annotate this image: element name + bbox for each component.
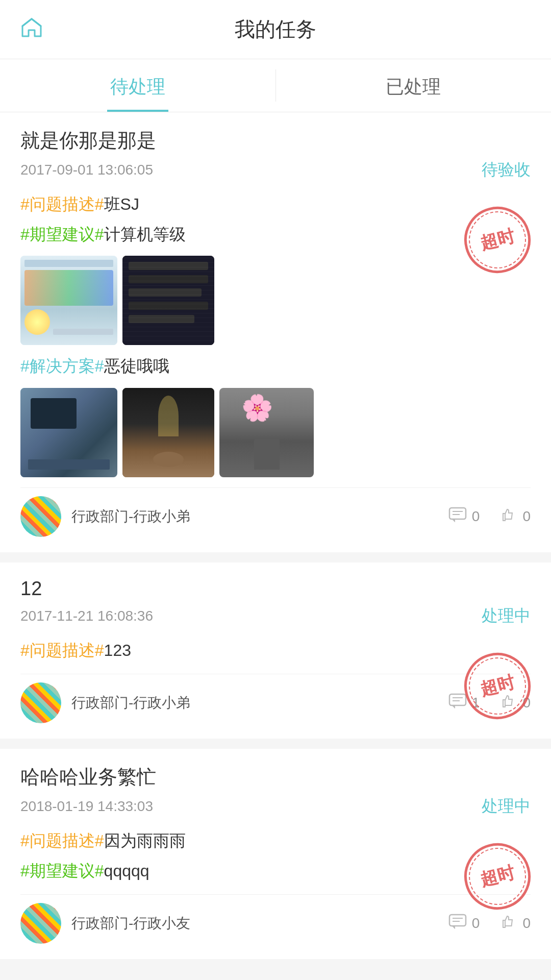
user-name-1: 行政部门-行政小弟: [71, 507, 190, 526]
image-1-2: [122, 256, 214, 345]
task-body-1: 超时 #问题描述#班SJ #期望建议#计算机等级: [20, 191, 531, 537]
like-count-value-3: 0: [522, 915, 531, 932]
overdue-stamp-2: 超时: [464, 653, 531, 719]
avatar-2: [20, 682, 61, 723]
task-card-3[interactable]: 哈哈哈业务繁忙 2018-01-19 14:33:03 处理中 超时 #问题描述…: [0, 749, 551, 959]
tab-pending[interactable]: 待处理: [0, 59, 276, 112]
image-1-3: [20, 388, 117, 477]
task-card-1[interactable]: 就是你那是那是 2017-09-01 13:06:05 待验收 超时 #问题描述…: [0, 112, 551, 552]
task-title-2: 12: [20, 578, 531, 600]
like-count-1[interactable]: 0: [500, 506, 531, 527]
task-title-1: 就是你那是那是: [20, 128, 531, 154]
tag-line-problem-2: #问题描述#123: [20, 638, 531, 664]
overdue-stamp-3: 超时: [464, 843, 531, 910]
avatar-3: [20, 903, 61, 944]
comment-count-1[interactable]: 0: [448, 507, 480, 526]
comment-icon-1: [448, 507, 467, 526]
task-footer-3: 行政部门-行政小友 0: [20, 894, 531, 944]
tag-line-solution-1: #解决方案#恶徒哦哦: [20, 353, 531, 379]
image-1-4: [122, 388, 214, 477]
task-title-3: 哈哈哈业务繁忙: [20, 764, 531, 790]
action-counts-3: 0 0: [448, 913, 531, 934]
task-time-2: 2017-11-21 16:08:36: [20, 608, 153, 624]
like-icon-1: [500, 506, 517, 527]
svg-rect-6: [449, 915, 466, 926]
user-name-2: 行政部门-行政小弟: [71, 693, 190, 713]
comment-count-value-3: 0: [472, 915, 480, 932]
task-card-2[interactable]: 12 2017-11-21 16:08:36 处理中 超时 #问题描述#123 …: [0, 562, 551, 739]
task-footer-2: 行政部门-行政小弟 1: [20, 674, 531, 723]
images-bottom-1: 🌸: [20, 388, 531, 477]
like-count-3[interactable]: 0: [500, 913, 531, 934]
action-counts-1: 0 0: [448, 506, 531, 527]
task-meta-1: 2017-09-01 13:06:05 待验收: [20, 159, 531, 181]
user-name-3: 行政部门-行政小友: [71, 914, 190, 933]
task-body-2: 超时 #问题描述#123 行政部门-行政小弟: [20, 638, 531, 723]
images-top-1: [20, 256, 531, 345]
task-status-2: 处理中: [482, 605, 531, 627]
task-time-3: 2018-01-19 14:33:03: [20, 798, 153, 815]
task-status-1: 待验收: [482, 159, 531, 181]
home-icon[interactable]: [20, 17, 43, 42]
tag-line-suggestion-3: #期望建议#qqqqq: [20, 858, 531, 884]
header: 我的任务: [0, 0, 551, 59]
tab-bar: 待处理 已处理: [0, 59, 551, 112]
task-list: 就是你那是那是 2017-09-01 13:06:05 待验收 超时 #问题描述…: [0, 112, 551, 959]
image-1-5: 🌸: [219, 388, 314, 477]
comment-count-3[interactable]: 0: [448, 914, 480, 933]
task-footer-1: 行政部门-行政小弟 0: [20, 487, 531, 537]
tag-line-problem-1: #问题描述#班SJ: [20, 191, 531, 217]
tag-hash-solution-1: #解决方案#: [20, 357, 104, 375]
svg-rect-3: [449, 694, 466, 705]
task-meta-2: 2017-11-21 16:08:36 处理中: [20, 605, 531, 627]
tag-hash-green-1: #期望建议#: [20, 225, 104, 243]
user-info-1: 行政部门-行政小弟: [20, 496, 190, 537]
task-time-1: 2017-09-01 13:06:05: [20, 162, 153, 178]
tag-hash-green-3: #期望建议#: [20, 862, 104, 880]
like-count-value-1: 0: [522, 508, 531, 525]
tag-hash-3: #问题描述#: [20, 831, 104, 850]
tag-hash-2: #问题描述#: [20, 641, 104, 659]
task-meta-3: 2018-01-19 14:33:03 处理中: [20, 795, 531, 818]
tab-processed[interactable]: 已处理: [276, 59, 552, 112]
avatar-1: [20, 496, 61, 537]
tag-line-problem-3: #问题描述#因为雨雨雨: [20, 828, 531, 854]
overdue-stamp-1: 超时: [464, 207, 531, 273]
user-info-2: 行政部门-行政小弟: [20, 682, 190, 723]
task-status-3: 处理中: [482, 795, 531, 818]
comment-icon-3: [448, 914, 467, 933]
comment-count-value-1: 0: [472, 508, 480, 525]
user-info-3: 行政部门-行政小友: [20, 903, 190, 944]
page-title: 我的任务: [235, 15, 316, 43]
image-1-1: [20, 256, 117, 345]
like-icon-3: [500, 913, 517, 934]
tag-line-suggestion-1: #期望建议#计算机等级: [20, 222, 531, 248]
task-body-3: 超时 #问题描述#因为雨雨雨 #期望建议#qqqqq 行政部门-行政小友: [20, 828, 531, 944]
svg-rect-0: [449, 508, 466, 519]
tag-hash-1: #问题描述#: [20, 195, 104, 213]
